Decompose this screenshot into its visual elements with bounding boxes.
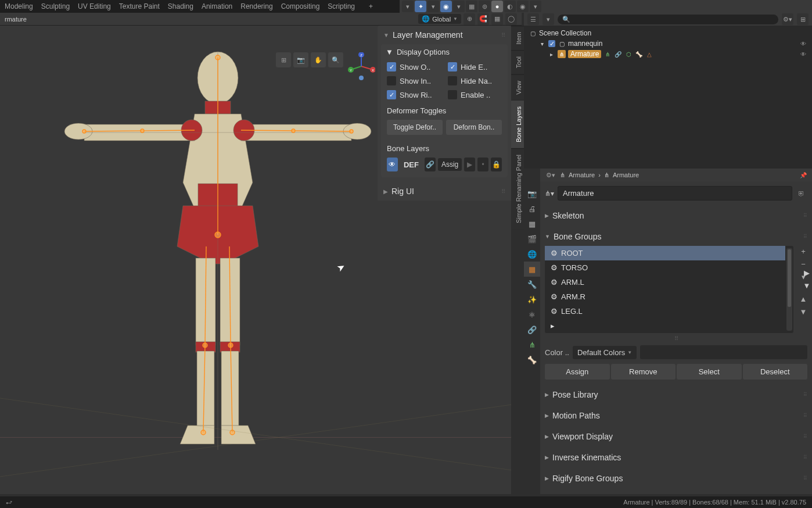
- add-group-icon[interactable]: +: [798, 246, 809, 256]
- editor-type-icon[interactable]: ⚙▾: [545, 169, 556, 181]
- section-motion-paths[interactable]: ▶Motion Paths⠿: [545, 409, 807, 423]
- prop-tab-object[interactable]: ▦: [524, 262, 540, 277]
- drag-icon[interactable]: ⠿: [501, 32, 505, 38]
- proportional-icon[interactable]: ◯: [505, 13, 517, 25]
- camera-view-icon[interactable]: 📷: [293, 52, 308, 67]
- remove-button[interactable]: Remove: [611, 364, 676, 380]
- bone-group-torso[interactable]: ⚙ TORSO: [545, 260, 785, 275]
- outliner-display-icon[interactable]: ▾: [542, 13, 554, 25]
- pin-icon[interactable]: 📌: [799, 171, 807, 179]
- tab-simple-renaming[interactable]: Simple Renaming Panel: [511, 148, 524, 229]
- layer-icon-arrow[interactable]: ▶: [464, 158, 475, 171]
- overlay-icon[interactable]: ◉: [440, 1, 452, 12]
- assign-layer-button[interactable]: Assig: [438, 158, 462, 171]
- selectability-icon[interactable]: ▾: [402, 1, 414, 12]
- section-pose-library[interactable]: ▶Pose Library⠿: [545, 388, 807, 402]
- section-skeleton[interactable]: ▶ Skeleton ⠿: [545, 209, 807, 223]
- color-set-dropdown[interactable]: Default Colors ▼: [573, 346, 637, 359]
- drag-handle-icon[interactable]: ⠿: [545, 335, 807, 342]
- deselect-button[interactable]: Deselect: [743, 364, 808, 380]
- warn-icon[interactable]: △: [645, 50, 653, 58]
- collection-checkbox[interactable]: ✓: [548, 40, 555, 47]
- armature-name-field[interactable]: [558, 186, 792, 201]
- section-rigify-bone-groups[interactable]: ▶Rigify Bone Groups⠿: [545, 471, 807, 485]
- workspace-tab-shading[interactable]: Shading: [168, 2, 193, 10]
- zoom-icon[interactable]: 🔍: [328, 52, 343, 67]
- bone-group-arm-r[interactable]: ⚙ ARM.R: [545, 289, 785, 304]
- section-inverse-kinematics[interactable]: ▶Inverse Kinematics⠿: [545, 450, 807, 464]
- hide-empty-checkbox[interactable]: ✓: [448, 62, 457, 71]
- workspace-tab-texture[interactable]: Texture Paint: [119, 2, 160, 10]
- shading-rendered-icon[interactable]: ◉: [517, 1, 529, 12]
- drag-icon[interactable]: ⠿: [803, 213, 807, 219]
- prop-tab-viewlayer[interactable]: ▦: [524, 216, 540, 231]
- fake-user-icon[interactable]: ⛨: [796, 188, 807, 199]
- bone-group-root[interactable]: ⚙ ROOT: [545, 246, 785, 260]
- gizmo-icon[interactable]: ✦: [415, 1, 426, 12]
- nav-gizmo[interactable]: X Y Z: [347, 52, 375, 80]
- prop-tab-modifiers[interactable]: 🔧: [524, 277, 540, 292]
- eye-icon[interactable]: 👁: [799, 50, 807, 58]
- tree-row-mannequin[interactable]: ▾ ✓ ▢ mannequin 👁: [529, 38, 807, 49]
- outliner-new-collection-icon[interactable]: ⊞: [797, 13, 809, 25]
- outliner-filter-icon[interactable]: ⚙▾: [782, 13, 793, 25]
- bone-icon[interactable]: 🦴: [635, 50, 643, 58]
- workspace-tab-compositing[interactable]: Compositing: [281, 2, 320, 10]
- expand-right-icon[interactable]: ▶: [802, 267, 812, 278]
- prop-tab-bone[interactable]: 🦴: [524, 352, 540, 367]
- bone-group-arm-l[interactable]: ⚙ ARM.L: [545, 275, 785, 289]
- collapse-icon[interactable]: ⮐: [6, 499, 12, 506]
- section-bone-groups[interactable]: ▼ Bone Groups ⠿: [545, 230, 807, 244]
- workspace-tab-scripting[interactable]: Scripting: [328, 2, 355, 10]
- section-rigify-layer-names[interactable]: ▶Rigify Layer Names⠿: [545, 492, 807, 494]
- pose-icon[interactable]: ⋔: [603, 50, 612, 58]
- eye-icon[interactable]: 👁: [799, 40, 807, 48]
- armature-icon[interactable]: ⋔▾: [545, 189, 554, 198]
- tree-row-scene-collection[interactable]: ▢ Scene Collection: [529, 28, 807, 38]
- layer-icon-1[interactable]: 🔗: [425, 158, 436, 171]
- outliner-mode-icon[interactable]: ☰: [527, 13, 539, 25]
- constraint-icon[interactable]: 🔗: [614, 50, 622, 58]
- prop-tab-output[interactable]: 🖨: [524, 201, 540, 216]
- select-button[interactable]: Select: [677, 364, 742, 380]
- breadcrumb-obj[interactable]: Armature: [569, 171, 595, 178]
- tab-item[interactable]: Item: [511, 26, 524, 50]
- move-up-icon[interactable]: ▲: [798, 294, 809, 304]
- workspace-tab-sculpting[interactable]: Sculpting: [41, 2, 70, 10]
- rig-ui-header[interactable]: ▶ Rig UI ⠿: [378, 182, 511, 201]
- pan-icon[interactable]: ✋: [311, 52, 326, 67]
- prop-tab-particles[interactable]: ✨: [524, 292, 540, 307]
- bone-groups-scrollbar[interactable]: [786, 248, 792, 331]
- layer-icon-dot[interactable]: •: [477, 158, 488, 171]
- show-rig-checkbox[interactable]: ✓: [387, 90, 396, 99]
- move-down-icon[interactable]: ▼: [798, 306, 809, 317]
- enable-checkbox[interactable]: [448, 90, 457, 99]
- shading-dd-icon[interactable]: ▾: [530, 1, 541, 12]
- show-index-checkbox[interactable]: [387, 76, 396, 85]
- gizmo-dd-icon[interactable]: ▾: [427, 1, 439, 12]
- xray-icon[interactable]: ▦: [466, 1, 477, 12]
- add-workspace-icon[interactable]: +: [369, 2, 373, 10]
- tab-view[interactable]: View: [511, 74, 524, 101]
- breadcrumb-data[interactable]: Armature: [613, 171, 639, 178]
- collapse-down-icon[interactable]: ▼: [802, 280, 812, 291]
- shading-wireframe-icon[interactable]: ⊚: [479, 1, 490, 12]
- tree-row-armature[interactable]: ▸ ⋔ Armature ⋔ 🔗 ⬡ 🦴 △ 👁: [529, 49, 807, 59]
- drag-icon[interactable]: ⠿: [501, 188, 505, 195]
- workspace-tab-animation[interactable]: Animation: [202, 2, 232, 10]
- display-options-header[interactable]: ▼ Display Options: [381, 44, 508, 60]
- workspace-tab-modeling[interactable]: Modeling: [5, 2, 33, 10]
- shading-solid-icon[interactable]: ●: [491, 1, 503, 12]
- snap-type-icon[interactable]: ▦: [491, 13, 503, 25]
- overlay-dd-icon[interactable]: ▾: [453, 1, 465, 12]
- toggle-deform-button[interactable]: Toggle Defor..: [387, 120, 443, 135]
- bone-group-leg-l[interactable]: ⚙ LEG.L: [545, 304, 785, 319]
- workspace-tab-uv[interactable]: UV Editing: [78, 2, 111, 10]
- prop-tab-render[interactable]: 📷: [524, 186, 540, 201]
- assign-button[interactable]: Assign: [545, 364, 610, 380]
- layer-visibility-icon[interactable]: 👁: [387, 158, 398, 171]
- prop-tab-world[interactable]: 🌐: [524, 246, 540, 262]
- section-viewport-display[interactable]: ▶Viewport Display⠿: [545, 430, 807, 443]
- orientation-dropdown[interactable]: 🌐 Global ▼: [418, 14, 461, 24]
- bone-group-expand[interactable]: ▸: [545, 319, 785, 333]
